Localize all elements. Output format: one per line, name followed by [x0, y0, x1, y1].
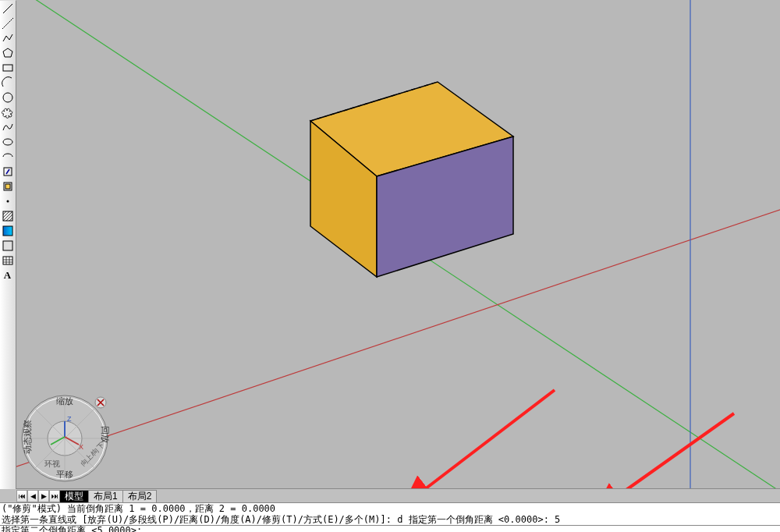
- svg-rect-9: [3, 226, 12, 236]
- tab-layout1[interactable]: 布局1: [88, 490, 123, 502]
- table-icon[interactable]: [0, 253, 15, 268]
- polyline-icon[interactable]: [0, 30, 15, 45]
- svg-point-7: [6, 200, 9, 202]
- rectangle-icon[interactable]: [0, 60, 15, 75]
- tab-first-icon[interactable]: ⏮: [16, 490, 27, 502]
- scene-svg: [16, 0, 780, 488]
- svg-rect-6: [5, 184, 10, 189]
- navwheel-top-label[interactable]: 缩放: [56, 396, 73, 406]
- svg-rect-1: [3, 65, 12, 71]
- svg-rect-10: [3, 241, 12, 250]
- svg-text:Z: Z: [67, 415, 72, 423]
- navwheel-bottom-label[interactable]: 平移: [56, 470, 73, 479]
- layout-tab-bar: ⏮ ◀ ▶ ⏭ 模型 布局1 布局2: [16, 488, 780, 502]
- point-icon[interactable]: [0, 193, 15, 208]
- revision-cloud-icon[interactable]: [0, 105, 15, 119]
- spline-icon[interactable]: [0, 119, 15, 134]
- command-history: ("修剪"模式) 当前倒角距离 1 = 0.0000，距离 2 = 0.0000…: [0, 502, 780, 525]
- hatch-icon[interactable]: [0, 208, 15, 223]
- tab-model[interactable]: 模型: [59, 490, 89, 502]
- navwheel-left-label[interactable]: 动态观察: [23, 420, 32, 454]
- tab-layout2[interactable]: 布局2: [122, 490, 158, 502]
- circle-icon[interactable]: [0, 90, 15, 105]
- construction-line-icon[interactable]: [0, 16, 15, 30]
- region-icon[interactable]: [0, 238, 15, 253]
- insert-block-icon[interactable]: [0, 164, 15, 179]
- command-history-line-1: ("修剪"模式) 当前倒角距离 1 = 0.0000，距离 2 = 0.0000: [2, 503, 778, 514]
- navigation-wheel[interactable]: Z X 缩放 平移 动态观察 回放 环视 向上/向下: [9, 382, 126, 499]
- tab-next-icon[interactable]: ▶: [38, 490, 49, 502]
- navwheel-right-label[interactable]: 回放: [101, 426, 110, 443]
- svg-marker-0: [3, 48, 12, 57]
- tab-last-icon[interactable]: ⏭: [49, 490, 60, 502]
- arc-icon[interactable]: [0, 75, 15, 90]
- polygon-icon[interactable]: [0, 45, 15, 60]
- ellipse-arc-icon[interactable]: [0, 149, 15, 164]
- line-icon[interactable]: [0, 1, 15, 16]
- gradient-icon[interactable]: [0, 223, 15, 238]
- command-history-line-2: 选择第一条直线或 [放弃(U)/多段线(P)/距离(D)/角度(A)/修剪(T)…: [2, 514, 778, 525]
- navwheel-bl-label[interactable]: 环视: [44, 459, 60, 468]
- svg-point-2: [3, 93, 12, 102]
- make-block-icon[interactable]: [0, 179, 15, 193]
- ellipse-icon[interactable]: [0, 134, 15, 149]
- navwheel-close-icon[interactable]: [95, 397, 106, 408]
- svg-rect-11: [3, 257, 12, 264]
- text-icon[interactable]: A: [0, 268, 15, 282]
- viewport[interactable]: Z X 缩放 平移 动态观察 回放 环视 向上/向下: [16, 0, 780, 488]
- tab-prev-icon[interactable]: ◀: [27, 490, 38, 502]
- svg-text:X: X: [79, 443, 83, 451]
- command-input[interactable]: 指定第二个倒角距离 <5.0000>:: [0, 525, 780, 532]
- svg-point-3: [3, 139, 12, 145]
